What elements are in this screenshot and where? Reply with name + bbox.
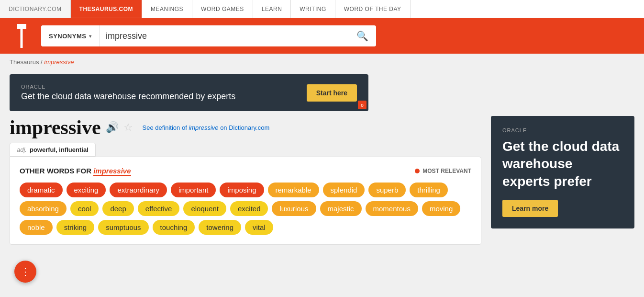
synonym-pill[interactable]: imposing bbox=[220, 183, 264, 197]
synonym-pill[interactable]: striking bbox=[56, 220, 95, 235]
speaker-icon[interactable]: 🔊 bbox=[106, 121, 119, 134]
ad-cta-button[interactable]: Start here bbox=[307, 84, 357, 102]
synonyms-card: OTHER WORDS FOR impressive MOST RELEVANT… bbox=[10, 157, 481, 245]
synonym-pill[interactable]: moving bbox=[422, 201, 460, 216]
synonym-pill[interactable]: effective bbox=[138, 201, 180, 216]
ad-brand: ORACLE bbox=[21, 84, 235, 90]
breadcrumb-current: impressive bbox=[44, 58, 74, 66]
favorite-star-icon[interactable]: ☆ bbox=[123, 121, 133, 134]
sidebar-ad: ORACLE Get the cloud data warehouse expe… bbox=[491, 116, 634, 228]
ad-banner: ORACLE Get the cloud data warehouse reco… bbox=[10, 74, 368, 111]
synonym-pill[interactable]: extraordinary bbox=[110, 183, 167, 197]
synonyms-target-word: impressive bbox=[93, 167, 131, 176]
pos-label: adj. bbox=[17, 146, 27, 153]
pos-definition: powerful, influential bbox=[30, 146, 89, 153]
synonym-pill[interactable]: thrilling bbox=[410, 183, 448, 197]
search-button[interactable]: 🔍 bbox=[349, 30, 376, 42]
synonym-pill[interactable]: remarkable bbox=[268, 183, 319, 197]
nav-word-games[interactable]: WORD GAMES bbox=[192, 0, 253, 18]
synonym-pill[interactable]: noble bbox=[20, 220, 53, 235]
synonym-pill[interactable]: touching bbox=[153, 220, 195, 235]
synonym-pill[interactable]: sumptuous bbox=[98, 220, 148, 235]
synonym-pill[interactable]: momentous bbox=[366, 201, 418, 216]
synonym-pill[interactable]: vital bbox=[245, 220, 273, 235]
synonym-pill[interactable]: exciting bbox=[67, 183, 106, 197]
ad-text: Get the cloud data warehouse recommended… bbox=[21, 91, 235, 102]
breadcrumb-thesaurus[interactable]: Thesaurus bbox=[10, 58, 39, 66]
nav-thesaurus[interactable]: THESAURUS.COM bbox=[71, 0, 143, 18]
synonym-pill[interactable]: dramatic bbox=[20, 183, 63, 197]
synonym-pill[interactable]: eloquent bbox=[183, 201, 226, 216]
word-title-area: impressive 🔊 ☆ See definition of impress… bbox=[10, 116, 481, 139]
ad-content: ORACLE Get the cloud data warehouse reco… bbox=[21, 84, 235, 102]
nav-writing[interactable]: WRITING bbox=[291, 0, 335, 18]
search-input[interactable] bbox=[100, 31, 349, 41]
synonym-pill[interactable]: absorbing bbox=[20, 201, 67, 216]
pos-tab[interactable]: adj. powerful, influential bbox=[10, 143, 96, 157]
chevron-down-icon: ▾ bbox=[89, 34, 92, 39]
sidebar: ORACLE Get the cloud data warehouse expe… bbox=[491, 116, 634, 245]
synonyms-title: OTHER WORDS FOR impressive bbox=[20, 167, 131, 175]
synonym-pill[interactable]: luxurious bbox=[272, 201, 316, 216]
nav-learn[interactable]: LEARN bbox=[253, 0, 291, 18]
site-header: SYNONYMS ▾ 🔍 bbox=[0, 18, 644, 54]
word-title: impressive bbox=[10, 116, 101, 139]
search-bar: SYNONYMS ▾ 🔍 bbox=[41, 25, 376, 46]
breadcrumb: Thesaurus / impressive bbox=[0, 54, 644, 70]
synonyms-header: OTHER WORDS FOR impressive MOST RELEVANT bbox=[20, 167, 471, 175]
most-relevant-label: MOST RELEVANT bbox=[415, 168, 471, 174]
synonym-pill[interactable]: excited bbox=[230, 201, 268, 216]
relevance-dot bbox=[415, 169, 420, 173]
nav-dictionary[interactable]: DICTIONARY.COM bbox=[0, 0, 71, 18]
synonym-pill[interactable]: cool bbox=[70, 201, 99, 216]
site-logo bbox=[10, 24, 33, 48]
main-layout: impressive 🔊 ☆ See definition of impress… bbox=[0, 116, 644, 245]
synonyms-grid: dramaticexcitingextraordinaryimportantim… bbox=[20, 183, 471, 235]
ad-close-button[interactable]: o bbox=[358, 101, 366, 109]
dictionary-link[interactable]: See definition of impressive on Dictiona… bbox=[143, 124, 270, 131]
sidebar-ad-text: Get the cloud data warehouse experts pre… bbox=[502, 138, 623, 190]
synonym-pill[interactable]: important bbox=[171, 183, 216, 197]
sidebar-ad-brand: ORACLE bbox=[502, 127, 623, 133]
synonym-pill[interactable]: towering bbox=[199, 220, 241, 235]
synonym-pill[interactable]: majestic bbox=[320, 201, 362, 216]
top-navigation: DICTIONARY.COM THESAURUS.COM MEANINGS WO… bbox=[0, 0, 644, 18]
synonym-pill[interactable]: splendid bbox=[323, 183, 365, 197]
search-icon: 🔍 bbox=[356, 31, 368, 41]
nav-word-of-the-day[interactable]: WORD OF THE DAY bbox=[335, 0, 411, 18]
synonym-pill[interactable]: superb bbox=[368, 183, 406, 197]
synonym-pill[interactable]: deep bbox=[102, 201, 133, 216]
nav-meanings[interactable]: MEANINGS bbox=[142, 0, 192, 18]
search-type-dropdown[interactable]: SYNONYMS ▾ bbox=[41, 25, 100, 46]
main-content: impressive 🔊 ☆ See definition of impress… bbox=[10, 116, 481, 245]
sidebar-ad-cta-button[interactable]: Learn more bbox=[502, 200, 558, 217]
